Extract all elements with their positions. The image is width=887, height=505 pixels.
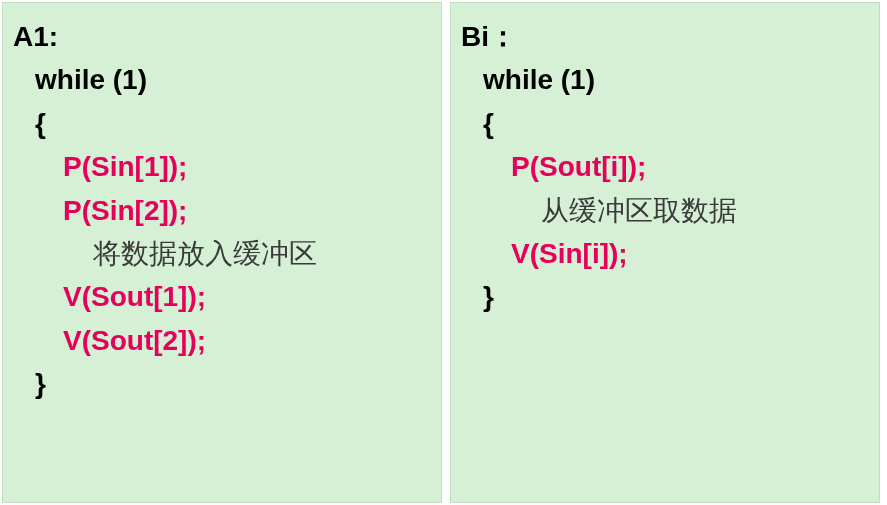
open-brace: {: [461, 102, 869, 145]
label-bi: Bi：: [461, 15, 869, 58]
close-brace: }: [13, 362, 431, 405]
p-operation-2: P(Sin[2]);: [13, 189, 431, 232]
v-operation-2: V(Sout[2]);: [13, 319, 431, 362]
v-operation: V(Sin[i]);: [461, 232, 869, 275]
label-a1: A1:: [13, 15, 431, 58]
open-brace: {: [13, 102, 431, 145]
p-operation: P(Sout[i]);: [461, 145, 869, 188]
comment-put-data: 将数据放入缓冲区: [13, 232, 431, 275]
v-operation-1: V(Sout[1]);: [13, 275, 431, 318]
code-block-bi: Bi： while (1) { P(Sout[i]); 从缓冲区取数据 V(Si…: [450, 2, 880, 503]
close-brace: }: [461, 275, 869, 318]
while-keyword: while (1): [13, 58, 431, 101]
p-operation-1: P(Sin[1]);: [13, 145, 431, 188]
code-block-a1: A1: while (1) { P(Sin[1]); P(Sin[2]); 将数…: [2, 2, 442, 503]
comment-get-data: 从缓冲区取数据: [461, 189, 869, 232]
while-keyword: while (1): [461, 58, 869, 101]
